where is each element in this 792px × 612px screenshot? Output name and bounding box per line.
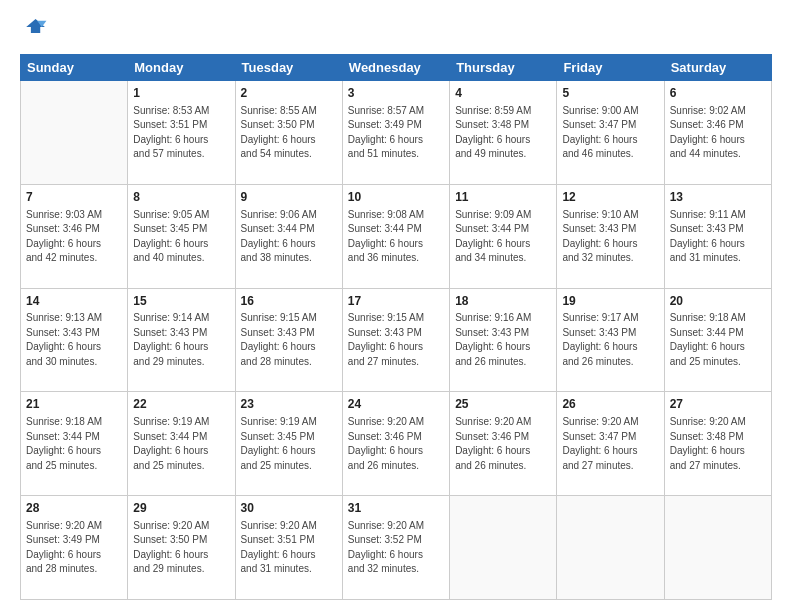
day-info: Sunrise: 9:08 AM Sunset: 3:44 PM Dayligh… [348,208,444,266]
day-number: 2 [241,85,337,102]
calendar-cell: 9Sunrise: 9:06 AM Sunset: 3:44 PM Daylig… [235,184,342,288]
calendar-cell: 8Sunrise: 9:05 AM Sunset: 3:45 PM Daylig… [128,184,235,288]
calendar-cell: 13Sunrise: 9:11 AM Sunset: 3:43 PM Dayli… [664,184,771,288]
day-number: 3 [348,85,444,102]
day-number: 6 [670,85,766,102]
calendar-cell [450,496,557,600]
day-info: Sunrise: 9:10 AM Sunset: 3:43 PM Dayligh… [562,208,658,266]
day-info: Sunrise: 9:11 AM Sunset: 3:43 PM Dayligh… [670,208,766,266]
day-number: 20 [670,293,766,310]
day-number: 24 [348,396,444,413]
day-number: 25 [455,396,551,413]
day-number: 11 [455,189,551,206]
day-number: 23 [241,396,337,413]
day-info: Sunrise: 9:16 AM Sunset: 3:43 PM Dayligh… [455,311,551,369]
day-info: Sunrise: 9:20 AM Sunset: 3:46 PM Dayligh… [455,415,551,473]
calendar-cell: 14Sunrise: 9:13 AM Sunset: 3:43 PM Dayli… [21,288,128,392]
day-info: Sunrise: 9:20 AM Sunset: 3:48 PM Dayligh… [670,415,766,473]
day-info: Sunrise: 9:19 AM Sunset: 3:44 PM Dayligh… [133,415,229,473]
day-number: 15 [133,293,229,310]
day-number: 17 [348,293,444,310]
day-number: 28 [26,500,122,517]
calendar-cell: 16Sunrise: 9:15 AM Sunset: 3:43 PM Dayli… [235,288,342,392]
calendar-cell: 10Sunrise: 9:08 AM Sunset: 3:44 PM Dayli… [342,184,449,288]
day-info: Sunrise: 9:20 AM Sunset: 3:51 PM Dayligh… [241,519,337,577]
day-number: 8 [133,189,229,206]
day-info: Sunrise: 9:20 AM Sunset: 3:50 PM Dayligh… [133,519,229,577]
day-info: Sunrise: 9:13 AM Sunset: 3:43 PM Dayligh… [26,311,122,369]
calendar-cell [664,496,771,600]
weekday-header: Sunday [21,55,128,81]
logo-icon [20,16,48,44]
day-number: 13 [670,189,766,206]
calendar-cell: 22Sunrise: 9:19 AM Sunset: 3:44 PM Dayli… [128,392,235,496]
calendar-cell: 20Sunrise: 9:18 AM Sunset: 3:44 PM Dayli… [664,288,771,392]
calendar-cell: 27Sunrise: 9:20 AM Sunset: 3:48 PM Dayli… [664,392,771,496]
weekday-header: Friday [557,55,664,81]
day-info: Sunrise: 9:02 AM Sunset: 3:46 PM Dayligh… [670,104,766,162]
day-number: 10 [348,189,444,206]
calendar-cell: 1Sunrise: 8:53 AM Sunset: 3:51 PM Daylig… [128,81,235,185]
calendar-cell: 11Sunrise: 9:09 AM Sunset: 3:44 PM Dayli… [450,184,557,288]
day-number: 4 [455,85,551,102]
calendar-cell: 15Sunrise: 9:14 AM Sunset: 3:43 PM Dayli… [128,288,235,392]
day-info: Sunrise: 9:20 AM Sunset: 3:49 PM Dayligh… [26,519,122,577]
day-info: Sunrise: 9:15 AM Sunset: 3:43 PM Dayligh… [241,311,337,369]
day-number: 18 [455,293,551,310]
calendar-cell: 25Sunrise: 9:20 AM Sunset: 3:46 PM Dayli… [450,392,557,496]
day-info: Sunrise: 9:03 AM Sunset: 3:46 PM Dayligh… [26,208,122,266]
day-info: Sunrise: 9:05 AM Sunset: 3:45 PM Dayligh… [133,208,229,266]
day-info: Sunrise: 9:20 AM Sunset: 3:47 PM Dayligh… [562,415,658,473]
day-info: Sunrise: 9:17 AM Sunset: 3:43 PM Dayligh… [562,311,658,369]
day-info: Sunrise: 9:19 AM Sunset: 3:45 PM Dayligh… [241,415,337,473]
day-number: 14 [26,293,122,310]
day-number: 1 [133,85,229,102]
day-number: 12 [562,189,658,206]
day-number: 16 [241,293,337,310]
calendar-cell: 19Sunrise: 9:17 AM Sunset: 3:43 PM Dayli… [557,288,664,392]
day-number: 22 [133,396,229,413]
day-number: 5 [562,85,658,102]
calendar-cell: 24Sunrise: 9:20 AM Sunset: 3:46 PM Dayli… [342,392,449,496]
calendar-cell: 4Sunrise: 8:59 AM Sunset: 3:48 PM Daylig… [450,81,557,185]
day-info: Sunrise: 9:18 AM Sunset: 3:44 PM Dayligh… [26,415,122,473]
day-info: Sunrise: 9:06 AM Sunset: 3:44 PM Dayligh… [241,208,337,266]
calendar-cell: 21Sunrise: 9:18 AM Sunset: 3:44 PM Dayli… [21,392,128,496]
calendar-cell: 5Sunrise: 9:00 AM Sunset: 3:47 PM Daylig… [557,81,664,185]
day-info: Sunrise: 8:55 AM Sunset: 3:50 PM Dayligh… [241,104,337,162]
weekday-header: Wednesday [342,55,449,81]
logo [20,16,52,44]
calendar-cell: 26Sunrise: 9:20 AM Sunset: 3:47 PM Dayli… [557,392,664,496]
day-info: Sunrise: 9:15 AM Sunset: 3:43 PM Dayligh… [348,311,444,369]
calendar-cell: 6Sunrise: 9:02 AM Sunset: 3:46 PM Daylig… [664,81,771,185]
weekday-header: Thursday [450,55,557,81]
calendar-cell: 29Sunrise: 9:20 AM Sunset: 3:50 PM Dayli… [128,496,235,600]
calendar-cell: 12Sunrise: 9:10 AM Sunset: 3:43 PM Dayli… [557,184,664,288]
calendar-cell [557,496,664,600]
weekday-header: Saturday [664,55,771,81]
day-info: Sunrise: 9:14 AM Sunset: 3:43 PM Dayligh… [133,311,229,369]
page: SundayMondayTuesdayWednesdayThursdayFrid… [0,0,792,612]
calendar-cell: 2Sunrise: 8:55 AM Sunset: 3:50 PM Daylig… [235,81,342,185]
day-number: 9 [241,189,337,206]
day-info: Sunrise: 9:18 AM Sunset: 3:44 PM Dayligh… [670,311,766,369]
weekday-header: Monday [128,55,235,81]
day-info: Sunrise: 8:57 AM Sunset: 3:49 PM Dayligh… [348,104,444,162]
calendar-cell: 23Sunrise: 9:19 AM Sunset: 3:45 PM Dayli… [235,392,342,496]
day-number: 21 [26,396,122,413]
calendar-cell: 28Sunrise: 9:20 AM Sunset: 3:49 PM Dayli… [21,496,128,600]
day-number: 31 [348,500,444,517]
day-number: 19 [562,293,658,310]
day-info: Sunrise: 9:20 AM Sunset: 3:46 PM Dayligh… [348,415,444,473]
header [20,16,772,44]
calendar-cell: 31Sunrise: 9:20 AM Sunset: 3:52 PM Dayli… [342,496,449,600]
calendar-cell: 30Sunrise: 9:20 AM Sunset: 3:51 PM Dayli… [235,496,342,600]
calendar-cell: 7Sunrise: 9:03 AM Sunset: 3:46 PM Daylig… [21,184,128,288]
calendar-cell [21,81,128,185]
day-number: 7 [26,189,122,206]
calendar-table: SundayMondayTuesdayWednesdayThursdayFrid… [20,54,772,600]
day-info: Sunrise: 9:00 AM Sunset: 3:47 PM Dayligh… [562,104,658,162]
day-number: 27 [670,396,766,413]
day-info: Sunrise: 9:20 AM Sunset: 3:52 PM Dayligh… [348,519,444,577]
weekday-header: Tuesday [235,55,342,81]
